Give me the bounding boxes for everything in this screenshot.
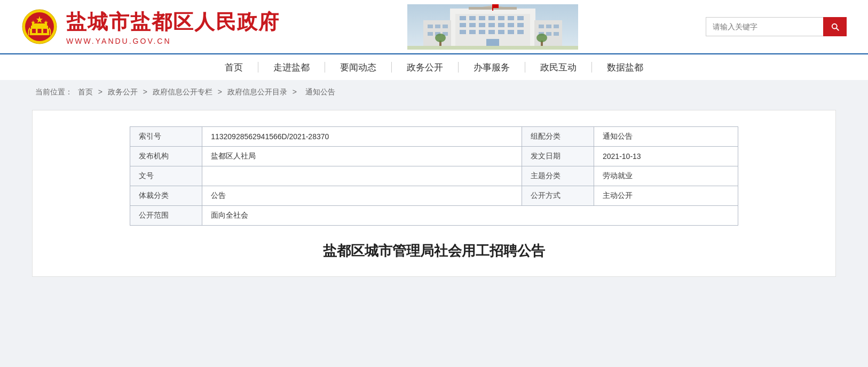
breadcrumb-prefix: 当前位置： — [35, 87, 73, 96]
nav-item-service[interactable]: 办事服务 — [459, 54, 525, 81]
svg-rect-44 — [443, 25, 448, 28]
search-icon — [830, 22, 840, 31]
logo-emblem — [21, 9, 58, 45]
search-input[interactable] — [706, 17, 823, 36]
breadcrumb-home[interactable]: 首页 — [78, 87, 93, 96]
site-url: WWW.YANDU.GOV.CN — [66, 37, 280, 45]
main-content: 索引号 11320928562941566D/2021-28370 组配分类 通… — [0, 105, 868, 293]
svg-rect-27 — [498, 23, 504, 27]
label-genre: 体裁分类 — [130, 186, 202, 206]
nav-item-about[interactable]: 走进盐都 — [258, 54, 325, 81]
svg-rect-39 — [493, 4, 499, 8]
value-category: 通知公告 — [594, 127, 738, 147]
svg-rect-21 — [508, 16, 514, 20]
logo-area: 盐城市盐都区人民政府 WWW.YANDU.GOV.CN — [21, 9, 280, 45]
label-category: 组配分类 — [522, 127, 594, 147]
nav-item-data[interactable]: 数据盐都 — [592, 54, 658, 81]
svg-rect-17 — [469, 16, 476, 20]
value-publisher: 盐都区人社局 — [202, 147, 522, 166]
svg-rect-6 — [38, 29, 42, 33]
table-row: 发布机构 盐都区人社局 发文日期 2021-10-13 — [130, 147, 738, 166]
main-nav: 首页 走进盐都 要闻动态 政务公开 办事服务 政民互动 数据盐都 — [0, 53, 868, 80]
svg-rect-47 — [554, 25, 559, 28]
value-doc-no — [202, 166, 522, 186]
table-row: 文号 主题分类 劳动就业 — [130, 166, 738, 186]
svg-rect-30 — [460, 30, 466, 34]
nav-item-home[interactable]: 首页 — [210, 54, 258, 81]
svg-rect-33 — [488, 30, 495, 34]
table-row: 公开范围 面向全社会 — [130, 206, 738, 226]
search-area — [706, 17, 847, 36]
breadcrumb-sep-2: > — [143, 87, 149, 96]
svg-rect-23 — [460, 23, 466, 27]
label-index: 索引号 — [130, 127, 202, 147]
label-date: 发文日期 — [522, 147, 594, 166]
label-theme: 主题分类 — [522, 166, 594, 186]
svg-rect-16 — [460, 16, 466, 20]
svg-rect-28 — [508, 23, 514, 27]
article-title: 盐都区城市管理局社会用工招聘公告 — [54, 242, 814, 260]
value-date: 2021-10-13 — [594, 147, 738, 166]
label-publisher: 发布机构 — [130, 147, 202, 166]
breadcrumb-info-open[interactable]: 政府信息公开专栏 — [153, 87, 212, 96]
svg-rect-42 — [428, 25, 433, 28]
svg-rect-29 — [517, 23, 524, 27]
svg-rect-20 — [498, 16, 504, 20]
svg-rect-46 — [546, 25, 551, 28]
svg-rect-45 — [539, 25, 544, 28]
svg-rect-32 — [479, 30, 485, 34]
logo-text: 盐城市盐都区人民政府 WWW.YANDU.GOV.CN — [66, 9, 280, 45]
svg-point-58 — [536, 34, 547, 42]
info-table: 索引号 11320928562941566D/2021-28370 组配分类 通… — [130, 126, 738, 226]
svg-rect-22 — [517, 16, 524, 20]
value-index: 11320928562941566D/2021-28370 — [202, 127, 522, 147]
breadcrumb: 当前位置： 首页 > 政务公开 > 政府信息公开专栏 > 政府信息公开目录 > … — [0, 80, 868, 105]
svg-rect-7 — [43, 29, 47, 33]
breadcrumb-sep-1: > — [98, 87, 105, 96]
svg-rect-19 — [488, 16, 495, 20]
svg-rect-53 — [554, 32, 559, 36]
value-genre: 公告 — [202, 186, 522, 206]
nav-item-interaction[interactable]: 政民互动 — [525, 54, 591, 81]
value-open-scope: 面向全社会 — [202, 206, 738, 226]
svg-rect-5 — [32, 29, 36, 33]
label-doc-no: 文号 — [130, 166, 202, 186]
svg-rect-36 — [517, 30, 524, 34]
svg-rect-52 — [546, 32, 551, 36]
label-open-scope: 公开范围 — [130, 206, 202, 226]
svg-rect-34 — [498, 30, 504, 34]
svg-point-56 — [435, 34, 446, 42]
svg-rect-18 — [479, 16, 485, 20]
breadcrumb-current: 通知公告 — [305, 87, 335, 96]
nav-item-gov[interactable]: 政务公开 — [392, 54, 458, 81]
svg-rect-25 — [479, 23, 485, 27]
value-open-method: 主动公开 — [594, 186, 738, 206]
search-button[interactable] — [823, 17, 847, 36]
header-building — [280, 4, 706, 50]
search-box[interactable] — [706, 17, 847, 36]
label-open-method: 公开方式 — [522, 186, 594, 206]
content-box: 索引号 11320928562941566D/2021-28370 组配分类 通… — [32, 110, 836, 277]
svg-rect-35 — [508, 30, 514, 34]
breadcrumb-sep-3: > — [218, 87, 224, 96]
svg-rect-31 — [469, 30, 476, 34]
table-row: 索引号 11320928562941566D/2021-28370 组配分类 通… — [130, 127, 738, 147]
building-image — [407, 4, 578, 50]
svg-rect-48 — [428, 32, 433, 36]
nav-item-news[interactable]: 要闻动态 — [325, 54, 391, 81]
value-theme: 劳动就业 — [594, 166, 738, 186]
table-row: 体裁分类 公告 公开方式 主动公开 — [130, 186, 738, 206]
svg-rect-26 — [488, 23, 495, 27]
breadcrumb-sep-4: > — [293, 87, 299, 96]
svg-rect-43 — [435, 25, 440, 28]
site-title: 盐城市盐都区人民政府 — [66, 9, 280, 36]
svg-rect-54 — [407, 46, 578, 50]
svg-rect-37 — [486, 39, 499, 46]
breadcrumb-gov-open[interactable]: 政务公开 — [108, 87, 138, 96]
svg-rect-24 — [469, 23, 476, 27]
svg-rect-38 — [492, 4, 493, 11]
header: 盐城市盐都区人民政府 WWW.YANDU.GOV.CN — [0, 0, 868, 53]
breadcrumb-info-dir[interactable]: 政府信息公开目录 — [227, 87, 287, 96]
